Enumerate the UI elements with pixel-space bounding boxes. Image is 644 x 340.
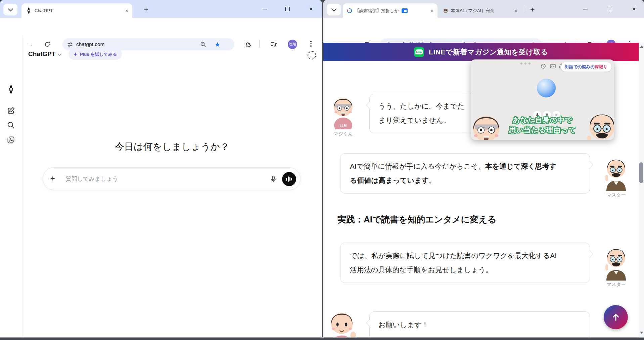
try-plus-button[interactable]: Plus を試してみる bbox=[68, 49, 122, 60]
tab-chatgpt[interactable]: ChatGPT × bbox=[21, 3, 132, 18]
scroll-up-icon[interactable] bbox=[640, 45, 643, 48]
tab-search-button[interactable] bbox=[327, 4, 341, 15]
desktop: LLM LLM bbox=[0, 0, 644, 340]
scroll-to-top-button[interactable] bbox=[604, 305, 628, 329]
pip-drag-handle[interactable] bbox=[520, 62, 531, 65]
mic-icon[interactable] bbox=[270, 175, 277, 183]
left-tabstrip: ChatGPT × + × bbox=[0, 0, 322, 18]
voice-mode-button[interactable] bbox=[282, 172, 296, 186]
line-icon: LINE bbox=[414, 47, 424, 57]
tab-article[interactable]: 【読書習慣】挫折しか × bbox=[343, 3, 438, 18]
pip-captions-icon[interactable] bbox=[550, 64, 556, 69]
temporary-chat-icon[interactable] bbox=[308, 51, 316, 59]
openai-logo-icon bbox=[7, 85, 15, 94]
plus-sparkle-icon bbox=[73, 52, 78, 56]
tab-title: 【読書習慣】挫折しか bbox=[355, 8, 399, 14]
pip-character-majikun bbox=[471, 106, 501, 140]
maximize-button[interactable] bbox=[280, 0, 295, 18]
right-tabstrip: 【読書習慣】挫折しか × 本気AI（マジAI）完全 × + × bbox=[323, 0, 644, 18]
library-icon[interactable] bbox=[7, 136, 15, 144]
chevron-down-icon bbox=[331, 6, 336, 12]
chat-bubble: では、私が実際に試して見つけた読書のワクワクを最大化するAI活用法の具体的な手順… bbox=[340, 243, 590, 283]
tab-close-icon[interactable]: × bbox=[430, 8, 433, 13]
bubble-text: AIで簡単に情報が手に入る今だからこそ、本を通じて深く思考する価値は高まっていま… bbox=[350, 159, 559, 187]
new-chat-icon[interactable] bbox=[7, 107, 15, 115]
bubble-text: では、私が実際に試して見つけた読書のワクワクを最大化するAI活用法の具体的な手順… bbox=[350, 249, 559, 277]
avatar-majikun bbox=[327, 305, 356, 337]
pip-indicator-icon bbox=[402, 8, 408, 13]
pip-window[interactable]: 対話での悩みの深堀り × あなた自身の中で 思い当たる理由って bbox=[471, 59, 614, 140]
chevron-down-icon bbox=[8, 6, 13, 12]
chatgpt-greeting: 今日は何をしましょうか？ bbox=[22, 140, 322, 153]
profile-avatar[interactable]: 理翔 bbox=[288, 40, 297, 49]
brand-label: ChatGPT bbox=[28, 50, 55, 58]
close-button[interactable]: × bbox=[303, 0, 319, 18]
pip-title: 対話での悩みの bbox=[565, 64, 595, 70]
tab-title: ChatGPT bbox=[35, 8, 53, 13]
loading-spinner-icon bbox=[347, 8, 352, 13]
right-browser-window: 【読書習慣】挫折しか × 本気AI（マジAI）完全 × + × ← → bbox=[323, 0, 644, 337]
browser-menu-icon[interactable] bbox=[310, 41, 312, 48]
close-button[interactable]: × bbox=[626, 0, 642, 18]
url-text: chatgpt.com bbox=[76, 41, 104, 47]
avatar-master bbox=[604, 244, 629, 281]
maximize-button[interactable] bbox=[602, 0, 617, 18]
minimize-button[interactable] bbox=[578, 0, 593, 18]
pip-title-accent: 深堀り bbox=[595, 64, 607, 70]
scroll-down-icon[interactable] bbox=[640, 332, 643, 334]
left-toolbar: ← → chatgpt.com ★ 理翔 bbox=[0, 18, 322, 35]
chat-composer[interactable]: + bbox=[43, 167, 301, 190]
pip-title-pill: 対話での悩みの深堀り bbox=[561, 62, 611, 72]
tab-search-button[interactable] bbox=[3, 4, 17, 15]
pip-info-icon[interactable] bbox=[541, 63, 546, 69]
minimize-button[interactable] bbox=[257, 0, 272, 18]
speaker-label: マスター bbox=[601, 192, 631, 198]
attach-plus-icon[interactable]: + bbox=[50, 174, 55, 183]
speaker-label: マスター bbox=[601, 282, 631, 288]
left-browser-window: ChatGPT × + × ← → chatgpt.com ★ bbox=[0, 0, 322, 337]
chevron-down-icon bbox=[57, 52, 62, 56]
arrow-up-icon bbox=[611, 312, 620, 322]
tab-title: 本気AI（マジAI）完全 bbox=[451, 8, 494, 14]
reload-icon[interactable] bbox=[43, 40, 52, 49]
bubble-text: お願いします！ bbox=[378, 318, 428, 332]
extensions-icon[interactable] bbox=[245, 41, 251, 48]
cat-favicon bbox=[443, 8, 448, 13]
media-controls-icon[interactable] bbox=[270, 41, 277, 47]
pip-character-master bbox=[585, 106, 614, 140]
model-switcher[interactable]: ChatGPT bbox=[28, 50, 61, 58]
site-settings-icon[interactable] bbox=[67, 42, 73, 47]
section-heading: 実践：AIで読書を知的エンタメに変える bbox=[337, 214, 496, 225]
chatgpt-sidebar: R bbox=[0, 35, 22, 337]
scrollbar-thumb[interactable] bbox=[639, 162, 643, 183]
chat-bubble: お願いします！ bbox=[369, 311, 590, 337]
gemini-orb bbox=[537, 79, 556, 97]
tab-close-icon[interactable]: × bbox=[125, 8, 128, 13]
right-toolbar: ← → ma-ji.ai/articles/bce1e134-303b-44f8… bbox=[323, 18, 644, 35]
banner-text: LINEで新着マガジン通知を受け取る bbox=[429, 47, 548, 57]
bookmark-star-icon[interactable]: ★ bbox=[215, 41, 220, 48]
chat-bubble: うう、たしかに。今までた まり覚えていません。 bbox=[369, 94, 484, 133]
page-scrollbar[interactable] bbox=[639, 43, 644, 337]
tab-close-icon[interactable]: × bbox=[514, 8, 517, 13]
speaker-label: マジくん bbox=[328, 131, 358, 137]
tab-maji-ai[interactable]: 本気AI（マジAI）完全 × bbox=[439, 3, 521, 18]
avatar-majikun bbox=[331, 92, 356, 129]
forward-icon[interactable]: → bbox=[26, 40, 34, 49]
prompt-input[interactable] bbox=[65, 168, 255, 190]
search-icon[interactable] bbox=[7, 121, 15, 129]
new-tab-button[interactable]: + bbox=[141, 5, 151, 15]
desktop-bottom-edge bbox=[0, 337, 644, 340]
plus-label: Plus を試してみる bbox=[80, 51, 117, 57]
new-tab-button[interactable]: + bbox=[527, 5, 538, 15]
chat-bubble: AIで簡単に情報が手に入る今だからこそ、本を通じて深く思考する価値は高まっていま… bbox=[340, 153, 590, 194]
zoom-out-icon[interactable] bbox=[200, 41, 206, 47]
avatar-master bbox=[604, 154, 629, 191]
bubble-text: まり覚えていません。 bbox=[378, 113, 450, 127]
openai-favicon bbox=[26, 7, 32, 14]
line-banner[interactable]: LINE LINEで新着マガジン通知を受け取る bbox=[323, 43, 639, 61]
bubble-text: うう、たしかに。今までた bbox=[378, 99, 464, 113]
